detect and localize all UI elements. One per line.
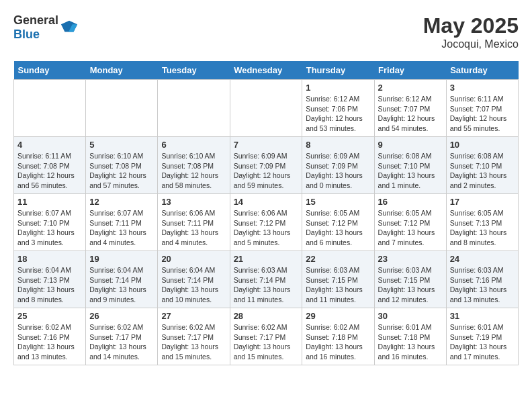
day-info: Sunrise: 6:01 AMSunset: 7:19 PMDaylight:… (450, 322, 515, 362)
calendar-cell: 23Sunrise: 6:03 AMSunset: 7:15 PMDayligh… (374, 251, 446, 308)
day-info: Sunrise: 6:02 AMSunset: 7:18 PMDaylight:… (306, 322, 370, 362)
calendar-cell: 18Sunrise: 6:04 AMSunset: 7:13 PMDayligh… (14, 251, 86, 308)
calendar-cell: 15Sunrise: 6:05 AMSunset: 7:12 PMDayligh… (302, 194, 374, 251)
day-header-friday: Friday (374, 61, 446, 80)
day-info: Sunrise: 6:04 AMSunset: 7:14 PMDaylight:… (89, 265, 154, 305)
day-info: Sunrise: 6:08 AMSunset: 7:10 PMDaylight:… (378, 151, 443, 191)
calendar-cell: 17Sunrise: 6:05 AMSunset: 7:13 PMDayligh… (446, 194, 518, 251)
day-info: Sunrise: 6:10 AMSunset: 7:08 PMDaylight:… (161, 151, 226, 191)
day-header-sunday: Sunday (14, 61, 86, 80)
day-number: 30 (378, 311, 443, 321)
day-info: Sunrise: 6:12 AMSunset: 7:06 PMDaylight:… (306, 94, 370, 134)
day-info: Sunrise: 6:10 AMSunset: 7:08 PMDaylight:… (89, 151, 154, 191)
title-block: May 2025 Jocoqui, Mexico (423, 13, 519, 50)
calendar-table: SundayMondayTuesdayWednesdayThursdayFrid… (13, 61, 519, 365)
calendar-cell: 24Sunrise: 6:03 AMSunset: 7:16 PMDayligh… (446, 251, 518, 308)
day-info: Sunrise: 6:03 AMSunset: 7:15 PMDaylight:… (378, 265, 443, 305)
main-title: May 2025 (423, 13, 519, 38)
calendar-cell: 9Sunrise: 6:08 AMSunset: 7:10 PMDaylight… (374, 137, 446, 194)
week-row-5: 25Sunrise: 6:02 AMSunset: 7:16 PMDayligh… (14, 308, 519, 365)
day-number: 7 (234, 140, 299, 150)
header-row: SundayMondayTuesdayWednesdayThursdayFrid… (14, 61, 519, 80)
day-number: 22 (306, 254, 370, 264)
day-info: Sunrise: 6:09 AMSunset: 7:09 PMDaylight:… (234, 151, 299, 191)
calendar-cell: 4Sunrise: 6:11 AMSunset: 7:08 PMDaylight… (14, 137, 86, 194)
day-number: 31 (450, 311, 515, 321)
day-number: 25 (17, 311, 82, 321)
day-number: 26 (89, 311, 154, 321)
day-header-monday: Monday (86, 61, 158, 80)
day-number: 5 (89, 140, 154, 150)
day-number: 28 (234, 311, 299, 321)
day-info: Sunrise: 6:03 AMSunset: 7:15 PMDaylight:… (306, 265, 370, 305)
calendar-cell: 5Sunrise: 6:10 AMSunset: 7:08 PMDaylight… (86, 137, 158, 194)
calendar-cell: 13Sunrise: 6:06 AMSunset: 7:11 PMDayligh… (158, 194, 230, 251)
calendar-cell: 8Sunrise: 6:09 AMSunset: 7:09 PMDaylight… (302, 137, 374, 194)
day-number: 17 (450, 197, 515, 207)
day-info: Sunrise: 6:04 AMSunset: 7:14 PMDaylight:… (161, 265, 226, 305)
day-info: Sunrise: 6:02 AMSunset: 7:17 PMDaylight:… (234, 322, 299, 362)
day-number: 19 (89, 254, 154, 264)
day-info: Sunrise: 6:11 AMSunset: 7:07 PMDaylight:… (450, 94, 515, 134)
day-info: Sunrise: 6:07 AMSunset: 7:10 PMDaylight:… (17, 208, 82, 248)
day-info: Sunrise: 6:02 AMSunset: 7:16 PMDaylight:… (17, 322, 82, 362)
calendar-cell: 12Sunrise: 6:07 AMSunset: 7:11 PMDayligh… (86, 194, 158, 251)
calendar-cell (14, 80, 86, 137)
calendar-cell: 30Sunrise: 6:01 AMSunset: 7:18 PMDayligh… (374, 308, 446, 365)
day-info: Sunrise: 6:08 AMSunset: 7:10 PMDaylight:… (450, 151, 515, 191)
calendar-cell: 31Sunrise: 6:01 AMSunset: 7:19 PMDayligh… (446, 308, 518, 365)
day-number: 4 (17, 140, 82, 150)
calendar-cell: 19Sunrise: 6:04 AMSunset: 7:14 PMDayligh… (86, 251, 158, 308)
day-info: Sunrise: 6:03 AMSunset: 7:14 PMDaylight:… (234, 265, 299, 305)
logo-icon (60, 18, 79, 37)
day-info: Sunrise: 6:02 AMSunset: 7:17 PMDaylight:… (89, 322, 154, 362)
subtitle: Jocoqui, Mexico (423, 38, 519, 50)
calendar-cell: 25Sunrise: 6:02 AMSunset: 7:16 PMDayligh… (14, 308, 86, 365)
calendar-cell: 10Sunrise: 6:08 AMSunset: 7:10 PMDayligh… (446, 137, 518, 194)
day-number: 20 (161, 254, 226, 264)
day-header-saturday: Saturday (446, 61, 518, 80)
day-number: 6 (161, 140, 226, 150)
week-row-4: 18Sunrise: 6:04 AMSunset: 7:13 PMDayligh… (14, 251, 519, 308)
day-number: 15 (306, 197, 370, 207)
day-info: Sunrise: 6:09 AMSunset: 7:09 PMDaylight:… (306, 151, 370, 191)
logo-text: General Blue (13, 13, 58, 42)
calendar-cell: 28Sunrise: 6:02 AMSunset: 7:17 PMDayligh… (230, 308, 302, 365)
day-info: Sunrise: 6:07 AMSunset: 7:11 PMDaylight:… (89, 208, 154, 248)
day-info: Sunrise: 6:11 AMSunset: 7:08 PMDaylight:… (17, 151, 82, 191)
day-number: 8 (306, 140, 370, 150)
day-number: 21 (234, 254, 299, 264)
day-info: Sunrise: 6:05 AMSunset: 7:13 PMDaylight:… (450, 208, 515, 248)
day-number: 1 (306, 83, 370, 93)
logo-general: General (13, 13, 58, 27)
calendar-cell (86, 80, 158, 137)
week-row-3: 11Sunrise: 6:07 AMSunset: 7:10 PMDayligh… (14, 194, 519, 251)
day-number: 9 (378, 140, 443, 150)
day-header-thursday: Thursday (302, 61, 374, 80)
logo: General Blue (13, 13, 79, 42)
calendar-cell: 1Sunrise: 6:12 AMSunset: 7:06 PMDaylight… (302, 80, 374, 137)
day-number: 14 (234, 197, 299, 207)
calendar-cell: 3Sunrise: 6:11 AMSunset: 7:07 PMDaylight… (446, 80, 518, 137)
calendar-cell: 22Sunrise: 6:03 AMSunset: 7:15 PMDayligh… (302, 251, 374, 308)
calendar-cell: 2Sunrise: 6:12 AMSunset: 7:07 PMDaylight… (374, 80, 446, 137)
week-row-2: 4Sunrise: 6:11 AMSunset: 7:08 PMDaylight… (14, 137, 519, 194)
day-number: 24 (450, 254, 515, 264)
day-number: 23 (378, 254, 443, 264)
calendar-cell: 16Sunrise: 6:05 AMSunset: 7:12 PMDayligh… (374, 194, 446, 251)
day-info: Sunrise: 6:05 AMSunset: 7:12 PMDaylight:… (306, 208, 370, 248)
day-number: 13 (161, 197, 226, 207)
day-info: Sunrise: 6:01 AMSunset: 7:18 PMDaylight:… (378, 322, 443, 362)
day-number: 11 (17, 197, 82, 207)
day-number: 27 (161, 311, 226, 321)
calendar-cell: 14Sunrise: 6:06 AMSunset: 7:12 PMDayligh… (230, 194, 302, 251)
calendar-cell: 26Sunrise: 6:02 AMSunset: 7:17 PMDayligh… (86, 308, 158, 365)
day-info: Sunrise: 6:06 AMSunset: 7:12 PMDaylight:… (234, 208, 299, 248)
calendar-cell: 21Sunrise: 6:03 AMSunset: 7:14 PMDayligh… (230, 251, 302, 308)
day-info: Sunrise: 6:03 AMSunset: 7:16 PMDaylight:… (450, 265, 515, 305)
calendar-cell: 7Sunrise: 6:09 AMSunset: 7:09 PMDaylight… (230, 137, 302, 194)
calendar-cell: 6Sunrise: 6:10 AMSunset: 7:08 PMDaylight… (158, 137, 230, 194)
calendar-cell: 20Sunrise: 6:04 AMSunset: 7:14 PMDayligh… (158, 251, 230, 308)
day-number: 18 (17, 254, 82, 264)
calendar-cell: 29Sunrise: 6:02 AMSunset: 7:18 PMDayligh… (302, 308, 374, 365)
